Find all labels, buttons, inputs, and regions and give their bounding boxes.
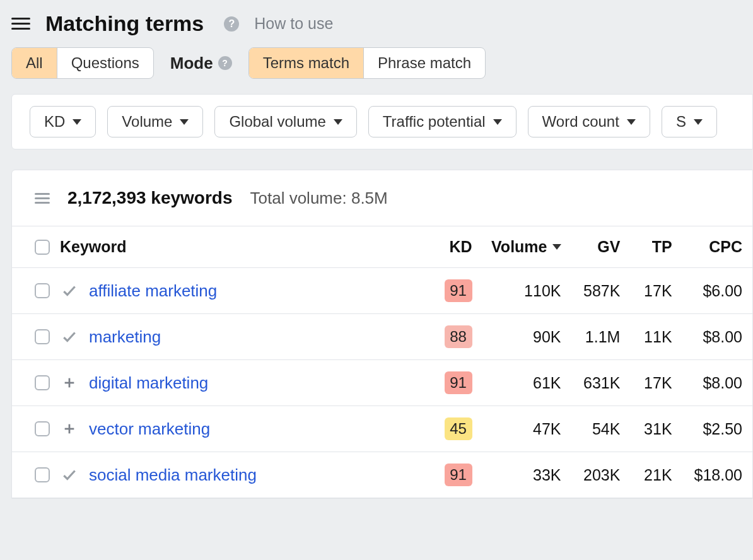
tab-terms-match[interactable]: Terms match [249,48,364,78]
cell-cpc: $8.00 [679,360,752,406]
plus-icon[interactable] [60,419,79,438]
tab-all[interactable]: All [12,48,57,78]
cell-volume: 90K [479,314,568,360]
cell-gv: 631K [568,360,627,406]
col-kd[interactable]: KD [426,226,478,268]
list-options-icon[interactable] [35,193,50,204]
total-volume: Total volume: 8.5M [250,189,388,208]
cell-tp: 17K [626,360,678,406]
menu-icon[interactable] [11,18,30,30]
table-row: affiliate marketing91110K587K17K$6.00 [12,268,752,314]
keyword-link[interactable]: digital marketing [89,373,208,393]
cell-gv: 54K [568,406,627,452]
check-icon[interactable] [60,281,79,300]
how-to-use-link[interactable]: How to use [254,15,333,33]
kd-badge: 91 [445,371,472,394]
type-tabs: All Questions [11,47,154,79]
kd-badge: 45 [445,417,472,440]
select-all-checkbox[interactable] [35,240,50,255]
cell-tp: 17K [626,268,678,314]
filter-traffic-potential[interactable]: Traffic potential [368,106,517,137]
mode-tabs: Terms match Phrase match [248,47,486,79]
cell-volume: 33K [479,452,568,498]
filter-word-count[interactable]: Word count [528,106,650,137]
kd-badge: 91 [445,464,472,486]
col-cpc[interactable]: CPC [679,226,752,268]
col-volume[interactable]: Volume [479,226,568,268]
table-row: vector marketing4547K54K31K$2.50 [12,406,752,452]
keyword-link[interactable]: marketing [89,327,161,347]
help-icon[interactable]: ? [224,16,239,32]
filter-global-volume[interactable]: Global volume [214,106,356,137]
cell-tp: 21K [626,452,678,498]
keyword-link[interactable]: social media marketing [89,465,257,485]
filter-s[interactable]: S [662,106,717,137]
cell-cpc: $18.00 [679,452,752,498]
tab-questions[interactable]: Questions [57,48,153,78]
chevron-down-icon [627,119,636,125]
row-checkbox[interactable] [35,421,50,436]
keyword-link[interactable]: vector marketing [89,419,210,439]
plus-icon[interactable] [60,373,79,392]
mode-help-icon[interactable]: ? [218,56,232,70]
mode-label: Mode ? [170,54,232,73]
table-row: digital marketing9161K631K17K$8.00 [12,360,752,406]
cell-volume: 47K [479,406,568,452]
kd-badge: 88 [445,325,472,348]
keyword-link[interactable]: affiliate marketing [89,281,217,301]
filter-row: KDVolumeGlobal volumeTraffic potentialWo… [30,106,752,137]
check-icon[interactable] [60,327,79,346]
chevron-down-icon [694,119,703,125]
row-checkbox[interactable] [35,375,50,390]
cell-gv: 1.1M [568,314,627,360]
keywords-table: Keyword KD Volume GV TP CPC affiliate ma… [12,226,752,498]
cell-tp: 31K [626,406,678,452]
chevron-down-icon [180,119,189,125]
cell-volume: 61K [479,360,568,406]
col-gv[interactable]: GV [568,226,627,268]
row-checkbox[interactable] [35,329,50,344]
col-tp[interactable]: TP [626,226,678,268]
sort-desc-icon [552,244,561,250]
filter-volume[interactable]: Volume [107,106,203,137]
table-row: marketing8890K1.1M11K$8.00 [12,314,752,360]
table-header-row: Keyword KD Volume GV TP CPC [12,226,752,268]
cell-cpc: $8.00 [679,314,752,360]
row-checkbox[interactable] [35,283,50,298]
keyword-count: 2,172,393 keywords [67,188,233,208]
tab-phrase-match[interactable]: Phrase match [364,48,485,78]
cell-volume: 110K [479,268,568,314]
cell-cpc: $6.00 [679,268,752,314]
filter-kd[interactable]: KD [30,106,96,137]
page-title: Matching terms [45,11,204,36]
cell-gv: 587K [568,268,627,314]
check-icon[interactable] [60,465,79,484]
cell-cpc: $2.50 [679,406,752,452]
cell-gv: 203K [568,452,627,498]
row-checkbox[interactable] [35,467,50,482]
chevron-down-icon [493,119,502,125]
chevron-down-icon [73,119,81,125]
chevron-down-icon [334,119,342,125]
cell-tp: 11K [626,314,678,360]
table-row: social media marketing9133K203K21K$18.00 [12,452,752,498]
kd-badge: 91 [445,279,472,302]
col-keyword[interactable]: Keyword [60,238,127,256]
